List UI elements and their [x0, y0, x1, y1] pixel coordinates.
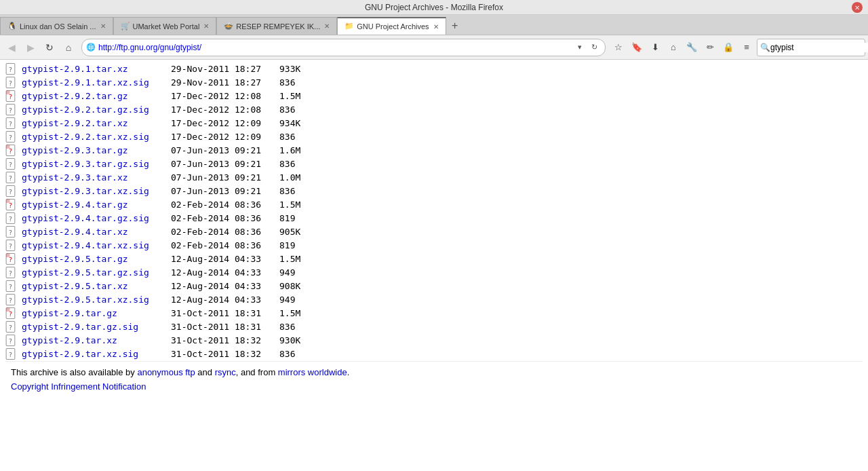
svg-text:?: ? — [9, 269, 13, 277]
bookmark-manage-icon[interactable]: 🔖 — [628, 39, 646, 56]
file-name-link[interactable]: gtypist-2.9.tar.gz — [22, 307, 171, 320]
back-button[interactable]: ◀ — [3, 39, 20, 56]
file-name-link[interactable]: gtypist-2.9.2.tar.xz — [22, 117, 171, 130]
file-date: 07-Jun-2013 09:21 — [171, 185, 279, 198]
forward-button[interactable]: ▶ — [22, 39, 39, 56]
file-type-icon: ? — [5, 104, 19, 116]
rsync-link[interactable]: rsync — [215, 367, 236, 377]
mirrors-link[interactable]: mirrors worldwide — [278, 367, 347, 377]
file-row: ? gtypist-2.9.tar.xz 31-Oct-2011 18:32 9… — [5, 334, 863, 347]
copyright-link[interactable]: Copyright Infringement Notification — [11, 381, 857, 392]
file-type-icon: ? — [5, 63, 19, 75]
file-name-link[interactable]: gtypist-2.9.3.tar.gz — [22, 144, 171, 157]
file-name-link[interactable]: gtypist-2.9.tar.xz — [22, 334, 171, 347]
lock-icon[interactable]: 🔒 — [719, 39, 737, 56]
svg-text:?: ? — [9, 297, 13, 304]
file-row: ? gtypist-2.9.5.tar.xz.sig 12-Aug-2014 0… — [5, 293, 863, 307]
file-name-link[interactable]: gtypist-2.9.4.tar.xz.sig — [22, 239, 171, 252]
file-date: 02-Feb-2014 08:36 — [171, 198, 279, 212]
file-name-link[interactable]: gtypist-2.9.2.tar.gz.sig — [22, 103, 171, 117]
file-row: ? gtypist-2.9.2.tar.xz.sig 17-Dec-2012 1… — [5, 130, 863, 144]
file-name-link[interactable]: gtypist-2.9.4.tar.gz — [22, 198, 171, 212]
close-window-button[interactable]: ✕ — [852, 2, 863, 13]
file-name-link[interactable]: gtypist-2.9.2.tar.gz — [22, 90, 171, 103]
svg-text:?: ? — [9, 107, 13, 114]
home-toolbar-icon[interactable]: ⌂ — [665, 39, 682, 56]
tab-close-icon[interactable]: ✕ — [100, 22, 106, 30]
file-type-icon: ? — [5, 335, 19, 347]
tab-tab1[interactable]: 🐧Linux dan OS Selain ...✕ — [0, 17, 113, 35]
tab-close-icon[interactable]: ✕ — [324, 22, 330, 30]
file-name-link[interactable]: gtypist-2.9.tar.xz.sig — [22, 347, 171, 361]
file-type-icon: ? — [5, 267, 19, 279]
file-date: 31-Oct-2011 18:32 — [171, 334, 279, 347]
file-size: 836 — [279, 185, 295, 198]
refresh-icon[interactable]: ↻ — [587, 41, 601, 54]
tab-close-icon[interactable]: ✕ — [433, 23, 439, 31]
developer-icon[interactable]: ✏ — [701, 39, 719, 56]
file-size: 836 — [279, 347, 295, 361]
file-date: 17-Dec-2012 12:08 — [171, 90, 279, 103]
new-tab-button[interactable]: + — [448, 18, 462, 33]
url-input[interactable] — [98, 43, 573, 52]
svg-text:?: ? — [9, 283, 13, 290]
extension-icon[interactable]: 🔧 — [683, 39, 701, 56]
svg-text:?: ? — [9, 229, 13, 236]
file-row: ? gtypist-2.9.5.tar.gz.sig 12-Aug-2014 0… — [5, 266, 863, 280]
svg-rect-6 — [6, 91, 9, 94]
file-name-link[interactable]: gtypist-2.9.4.tar.gz.sig — [22, 212, 171, 225]
file-date: 17-Dec-2012 12:08 — [171, 103, 279, 117]
file-name-link[interactable]: gtypist-2.9.5.tar.xz.sig — [22, 293, 171, 307]
file-name-link[interactable]: gtypist-2.9.4.tar.xz — [22, 225, 171, 239]
file-date: 29-Nov-2011 18:27 — [171, 76, 279, 90]
file-name-link[interactable]: gtypist-2.9.1.tar.xz — [22, 62, 171, 76]
file-type-icon: ? — [5, 348, 19, 360]
file-row: ? gtypist-2.9.4.tar.xz 02-Feb-2014 08:36… — [5, 225, 863, 239]
download-icon[interactable]: ⬇ — [646, 39, 664, 56]
file-date: 12-Aug-2014 04:33 — [171, 252, 279, 266]
menu-icon[interactable]: ≡ — [738, 39, 755, 56]
file-name-link[interactable]: gtypist-2.9.5.tar.xz — [22, 280, 171, 293]
svg-text:?: ? — [9, 324, 13, 331]
svg-text:?: ? — [9, 174, 13, 182]
file-type-icon: ? — [5, 307, 19, 320]
tab-tab2[interactable]: 🛒UMarket Web Portal✕ — [113, 17, 217, 35]
tab-tab3[interactable]: 🍲RESEP REMPEYEK IK...✕ — [216, 17, 337, 35]
file-size: 949 — [279, 266, 295, 280]
file-size: 905K — [279, 225, 300, 239]
file-type-icon: ? — [5, 158, 19, 170]
file-name-link[interactable]: gtypist-2.9.5.tar.gz — [22, 252, 171, 266]
footer: This archive is also available by anonym… — [5, 361, 863, 397]
file-type-icon: ? — [5, 212, 19, 225]
tab-tab4[interactable]: 📁GNU Project Archives✕ — [337, 17, 446, 35]
url-bar-actions: ▾ ↻ — [573, 41, 601, 54]
file-row: ? gtypist-2.9.tar.gz.sig 31-Oct-2011 18:… — [5, 320, 863, 334]
tab-bar: 🐧Linux dan OS Selain ...✕🛒UMarket Web Po… — [0, 15, 868, 35]
file-name-link[interactable]: gtypist-2.9.tar.gz.sig — [22, 320, 171, 334]
file-row: ? gtypist-2.9.3.tar.gz.sig 07-Jun-2013 0… — [5, 157, 863, 171]
file-list: ? gtypist-2.9.1.tar.xz 29-Nov-2011 18:27… — [5, 62, 863, 361]
reload-button[interactable]: ↻ — [41, 39, 58, 56]
dropdown-icon[interactable]: ▾ — [573, 41, 587, 54]
file-date: 07-Jun-2013 09:21 — [171, 144, 279, 157]
tab-close-icon[interactable]: ✕ — [203, 22, 209, 30]
search-input[interactable] — [770, 43, 868, 52]
url-icon: 🌐 — [86, 43, 96, 52]
file-name-link[interactable]: gtypist-2.9.5.tar.gz.sig — [22, 266, 171, 280]
tab-label: GNU Project Archives — [357, 22, 429, 31]
search-engine-icon[interactable]: 🔍 — [760, 41, 770, 54]
file-name-link[interactable]: gtypist-2.9.2.tar.xz.sig — [22, 130, 171, 144]
file-date: 31-Oct-2011 18:32 — [171, 347, 279, 361]
file-name-link[interactable]: gtypist-2.9.1.tar.xz.sig — [22, 76, 171, 90]
file-size: 933K — [279, 62, 300, 76]
file-name-link[interactable]: gtypist-2.9.3.tar.xz.sig — [22, 185, 171, 198]
file-date: 31-Oct-2011 18:31 — [171, 320, 279, 334]
file-name-link[interactable]: gtypist-2.9.3.tar.xz — [22, 171, 171, 185]
file-size: 1.5M — [279, 307, 300, 320]
home-button[interactable]: ⌂ — [60, 39, 77, 56]
file-name-link[interactable]: gtypist-2.9.3.tar.gz.sig — [22, 157, 171, 171]
file-type-icon: ? — [5, 253, 19, 265]
svg-text:?: ? — [9, 66, 13, 73]
bookmark-star-icon[interactable]: ☆ — [610, 39, 627, 56]
anonymous-ftp-link[interactable]: anonymous ftp — [137, 367, 195, 377]
